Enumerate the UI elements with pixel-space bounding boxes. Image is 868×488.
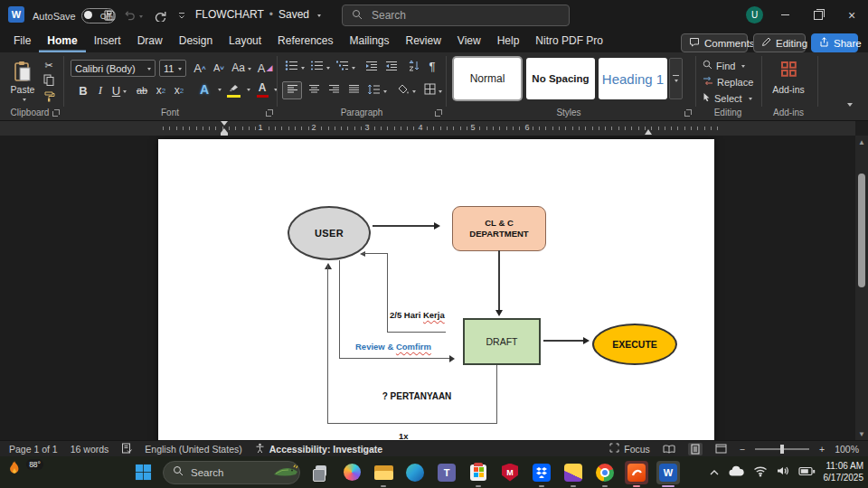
grow-font-button[interactable]: A˄ <box>192 60 208 76</box>
style-heading-1[interactable]: Heading 1 <box>599 58 667 99</box>
font-dialog-launcher[interactable] <box>266 109 273 117</box>
clear-formatting-button[interactable]: A◢ <box>257 60 273 76</box>
document-title[interactable]: FLOWCHART • Saved <box>195 8 321 21</box>
connector-clc-to-draft[interactable] <box>498 250 500 310</box>
align-left-button[interactable] <box>282 81 302 99</box>
tab-home[interactable]: Home <box>39 31 85 52</box>
editing-mode-button[interactable]: Editing <box>753 33 806 52</box>
language-indicator[interactable]: English (United States) <box>145 444 241 455</box>
taskbar-search-input[interactable] <box>189 466 267 479</box>
proofing-icon[interactable] <box>121 443 132 455</box>
subscript-button[interactable]: x2 <box>154 82 168 99</box>
clipboard-dialog-launcher[interactable] <box>52 109 60 117</box>
mcafee-icon[interactable]: M <box>498 461 522 484</box>
notes-app-icon[interactable] <box>561 461 585 484</box>
undo-button[interactable] <box>123 8 143 23</box>
onedrive-cloud-icon[interactable] <box>728 465 745 480</box>
label-pertanyaan[interactable]: ? PERTANYAAN <box>373 391 460 401</box>
account-avatar[interactable]: U <box>746 6 763 23</box>
file-explorer-icon[interactable] <box>372 461 395 484</box>
flowchart-draft-box[interactable]: DRAFT <box>463 318 541 365</box>
connector-hari-vertical[interactable] <box>387 253 388 333</box>
nitro-pdf-icon[interactable] <box>625 461 648 484</box>
find-button[interactable]: Find <box>703 59 745 72</box>
flowchart-execute-ellipse[interactable]: EXECUTE <box>592 324 677 365</box>
volume-icon[interactable] <box>776 465 790 479</box>
horizontal-ruler[interactable]: 1 2 3 4 5 6 <box>0 121 855 136</box>
connector-review-horizontal[interactable] <box>339 358 449 359</box>
label-1x[interactable]: 1x <box>399 431 409 440</box>
styles-dialog-launcher[interactable] <box>684 109 692 117</box>
style-no-spacing[interactable]: No Spacing <box>526 58 595 99</box>
wifi-icon[interactable] <box>753 465 768 480</box>
comments-button[interactable]: Comments <box>681 33 748 52</box>
decrease-indent-button[interactable] <box>363 60 380 74</box>
line-spacing-button[interactable] <box>365 82 389 99</box>
vertical-scrollbar[interactable]: ▲ ▼ <box>855 136 868 440</box>
select-button[interactable]: Select <box>703 91 752 105</box>
start-button[interactable] <box>131 461 155 484</box>
scroll-up-arrow[interactable]: ▲ <box>855 136 868 148</box>
taskbar-search-box[interactable] <box>163 461 300 484</box>
bullets-button[interactable] <box>284 60 306 74</box>
show-hide-pilcrow-button[interactable]: ¶ <box>425 59 439 74</box>
document-page[interactable]: USER CL & C DEPARTMENT DRAFT EXECUTE <box>158 139 714 440</box>
flowchart-clc-department-box[interactable]: CL & C DEPARTMENT <box>452 206 546 251</box>
font-name-combo[interactable]: Calibri (Body) <box>71 60 156 77</box>
microsoft-store-icon[interactable] <box>467 461 490 484</box>
tab-mailings[interactable]: Mailings <box>341 31 397 52</box>
read-mode-button[interactable] <box>660 444 678 455</box>
zoom-slider-thumb[interactable] <box>780 445 784 454</box>
copilot-icon[interactable] <box>340 461 363 484</box>
web-layout-button[interactable] <box>712 443 730 455</box>
scrollbar-thumb[interactable] <box>858 174 865 287</box>
collapse-ribbon-caret[interactable] <box>847 103 853 109</box>
connector-loop-left[interactable] <box>327 266 328 424</box>
tab-view[interactable]: View <box>449 31 489 52</box>
tray-chevron-icon[interactable] <box>709 466 720 479</box>
teams-icon[interactable]: T <box>435 461 458 484</box>
styles-more-button[interactable] <box>669 58 683 99</box>
search-input[interactable] <box>370 8 527 23</box>
print-layout-button[interactable] <box>688 443 703 455</box>
restore-button[interactable] <box>802 0 835 30</box>
chrome-icon[interactable] <box>593 461 617 484</box>
paste-button[interactable]: Paste <box>5 56 40 105</box>
tab-design[interactable]: Design <box>171 31 221 52</box>
zoom-slider[interactable] <box>755 448 809 450</box>
superscript-button[interactable]: x2 <box>172 82 186 99</box>
connector-draft-to-execute[interactable] <box>543 340 583 342</box>
scroll-down-arrow[interactable]: ▼ <box>855 427 868 440</box>
battery-icon[interactable] <box>798 466 816 479</box>
copy-button[interactable] <box>42 74 56 89</box>
label-review-confirm[interactable]: Review & Comfirm <box>355 342 431 352</box>
underline-button[interactable]: U <box>108 82 130 99</box>
connector-review-vertical[interactable] <box>339 260 340 359</box>
right-indent-marker[interactable] <box>645 129 652 135</box>
addins-button[interactable]: Add-ins <box>767 58 810 98</box>
share-button[interactable]: Share <box>811 33 858 52</box>
page-indicator[interactable]: Page 1 of 1 <box>9 444 58 455</box>
word-count[interactable]: 16 words <box>71 444 109 455</box>
text-effects-button[interactable]: A <box>193 80 216 99</box>
text-effects-caret[interactable] <box>218 89 222 93</box>
font-size-combo[interactable]: 11 <box>159 60 186 77</box>
shading-button[interactable] <box>394 82 418 99</box>
strikethrough-button[interactable]: ab <box>134 82 150 99</box>
tab-nitro-pdf-pro[interactable]: Nitro PDF Pro <box>527 31 611 52</box>
zoom-out-button[interactable]: − <box>740 444 745 455</box>
first-line-indent-marker[interactable] <box>221 121 228 126</box>
titlebar-search-box[interactable] <box>342 5 570 26</box>
italic-button[interactable]: I <box>94 82 107 99</box>
tab-insert[interactable]: Insert <box>86 31 129 52</box>
close-button[interactable]: × <box>835 0 868 30</box>
connector-hari-top[interactable] <box>363 253 387 254</box>
numbering-button[interactable] <box>309 60 331 74</box>
style-normal[interactable]: Normal <box>454 58 521 99</box>
format-painter-button[interactable] <box>42 90 56 105</box>
weather-widget[interactable]: 88° <box>7 460 43 484</box>
document-canvas[interactable]: USER CL & C DEPARTMENT DRAFT EXECUTE <box>0 136 868 440</box>
save-button[interactable] <box>99 8 119 23</box>
connector-loop-right[interactable] <box>496 365 497 424</box>
cut-button[interactable]: ✂ <box>42 58 56 72</box>
